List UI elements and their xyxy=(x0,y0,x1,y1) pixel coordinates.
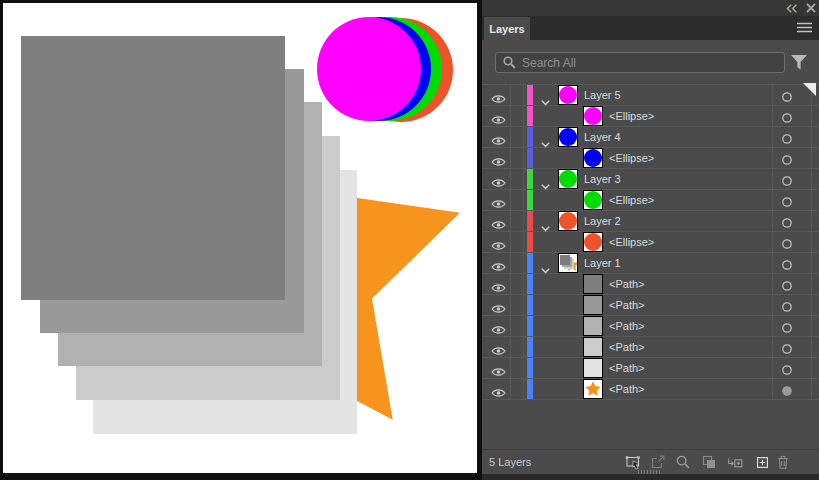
layer-thumbnail[interactable] xyxy=(583,358,603,378)
object-row[interactable]: <Path> xyxy=(482,358,819,379)
target-circle-icon[interactable] xyxy=(781,299,793,311)
panel-menu-icon[interactable] xyxy=(797,22,812,33)
expand-chevron-icon[interactable] xyxy=(541,176,550,182)
visibility-eye-icon[interactable] xyxy=(491,216,506,226)
target-circle-icon[interactable] xyxy=(781,194,793,206)
object-row[interactable]: <Ellipse> xyxy=(482,190,819,211)
layer-row[interactable]: Layer 4 xyxy=(482,127,819,148)
layer-name[interactable]: Layer 4 xyxy=(584,131,621,143)
target-circle-icon[interactable] xyxy=(781,236,793,248)
target-circle-icon[interactable] xyxy=(781,362,793,374)
target-circle-icon[interactable] xyxy=(781,89,793,101)
target-circle-icon[interactable] xyxy=(781,215,793,227)
target-circle-icon[interactable] xyxy=(781,320,793,332)
expand-chevron-icon[interactable] xyxy=(541,92,550,98)
layer-thumbnail[interactable] xyxy=(583,274,603,294)
column-divider xyxy=(811,85,812,400)
delete-selection-button[interactable] xyxy=(774,454,792,472)
locate-object-button[interactable] xyxy=(674,454,692,472)
target-circle-icon[interactable] xyxy=(781,152,793,164)
square-path-1[interactable] xyxy=(21,36,285,300)
layer-thumbnail[interactable] xyxy=(558,169,578,189)
layer-thumbnail[interactable] xyxy=(558,253,578,273)
layer-thumbnail[interactable] xyxy=(583,106,603,126)
target-circle-icon[interactable] xyxy=(781,341,793,353)
tab-layers[interactable]: Layers xyxy=(484,17,530,40)
object-name[interactable]: <Path> xyxy=(609,362,644,374)
layer-name[interactable]: Layer 1 xyxy=(584,257,621,269)
object-name[interactable]: <Ellipse> xyxy=(609,152,654,164)
window-bottom-edge xyxy=(482,474,819,480)
object-row[interactable]: <Path> xyxy=(482,379,819,400)
layer-thumbnail[interactable] xyxy=(583,190,603,210)
layer-thumbnail[interactable] xyxy=(558,127,578,147)
create-new-sublayer-button[interactable] xyxy=(726,454,744,472)
target-circle-icon[interactable] xyxy=(781,278,793,290)
collapse-panel-icon[interactable] xyxy=(786,4,798,13)
object-name[interactable]: <Path> xyxy=(609,383,644,395)
ellipse-magenta[interactable] xyxy=(317,17,421,121)
expand-chevron-icon[interactable] xyxy=(541,134,550,140)
layer-row[interactable]: Layer 2 xyxy=(482,211,819,232)
layer-row[interactable]: Layer 5 xyxy=(482,85,819,106)
layer-thumbnail[interactable] xyxy=(583,316,603,336)
expand-chevron-icon[interactable] xyxy=(541,218,550,224)
layer-thumbnail[interactable] xyxy=(583,295,603,315)
layer-row[interactable]: Layer 3 xyxy=(482,169,819,190)
filter-funnel-icon[interactable] xyxy=(791,55,807,70)
create-new-layer-button[interactable] xyxy=(753,454,771,472)
visibility-eye-icon[interactable] xyxy=(491,174,506,184)
object-row[interactable]: <Ellipse> xyxy=(482,232,819,253)
visibility-eye-icon[interactable] xyxy=(491,321,506,331)
visibility-eye-icon[interactable] xyxy=(491,111,506,121)
visibility-eye-icon[interactable] xyxy=(491,300,506,310)
object-row[interactable]: <Path> xyxy=(482,295,819,316)
object-row[interactable]: <Ellipse> xyxy=(482,106,819,127)
object-name[interactable]: <Path> xyxy=(609,341,644,353)
object-name[interactable]: <Ellipse> xyxy=(609,194,654,206)
layer-name[interactable]: Layer 5 xyxy=(584,89,621,101)
panel-tabbar: Layers xyxy=(482,16,819,40)
visibility-eye-icon[interactable] xyxy=(491,195,506,205)
object-name[interactable]: <Path> xyxy=(609,278,644,290)
layer-thumbnail[interactable] xyxy=(583,148,603,168)
object-row[interactable]: <Path> xyxy=(482,274,819,295)
layer-color-bar xyxy=(527,190,533,210)
visibility-eye-icon[interactable] xyxy=(491,132,506,142)
visibility-eye-icon[interactable] xyxy=(491,237,506,247)
visibility-eye-icon[interactable] xyxy=(491,342,506,352)
target-circle-icon[interactable] xyxy=(781,173,793,185)
visibility-eye-icon[interactable] xyxy=(491,384,506,394)
layer-row[interactable]: Layer 1 xyxy=(482,253,819,274)
visibility-eye-icon[interactable] xyxy=(491,90,506,100)
layer-name[interactable]: Layer 3 xyxy=(584,173,621,185)
visibility-eye-icon[interactable] xyxy=(491,153,506,163)
layer-thumbnail[interactable] xyxy=(558,85,578,105)
expand-chevron-icon[interactable] xyxy=(541,260,550,266)
object-name[interactable]: <Path> xyxy=(609,320,644,332)
target-circle-icon[interactable] xyxy=(781,110,793,122)
close-panel-icon[interactable] xyxy=(806,3,816,13)
layer-color-bar xyxy=(527,211,533,231)
layer-thumbnail[interactable] xyxy=(583,232,603,252)
object-name[interactable]: <Ellipse> xyxy=(609,110,654,122)
target-circle-icon[interactable] xyxy=(781,257,793,269)
make-clipping-mask-button[interactable] xyxy=(700,454,718,472)
layer-thumbnail[interactable] xyxy=(583,337,603,357)
target-circle-icon[interactable] xyxy=(781,383,793,395)
object-name[interactable]: <Path> xyxy=(609,299,644,311)
visibility-eye-icon[interactable] xyxy=(491,258,506,268)
layer-thumbnail[interactable] xyxy=(583,379,603,399)
visibility-eye-icon[interactable] xyxy=(491,279,506,289)
artboard-canvas[interactable] xyxy=(0,0,483,480)
layer-thumbnail[interactable] xyxy=(558,211,578,231)
search-input[interactable] xyxy=(495,52,785,73)
object-row[interactable]: <Ellipse> xyxy=(482,148,819,169)
layer-color-bar xyxy=(527,358,533,378)
object-row[interactable]: <Path> xyxy=(482,316,819,337)
object-row[interactable]: <Path> xyxy=(482,337,819,358)
object-name[interactable]: <Ellipse> xyxy=(609,236,654,248)
visibility-eye-icon[interactable] xyxy=(491,363,506,373)
layer-name[interactable]: Layer 2 xyxy=(584,215,621,227)
target-circle-icon[interactable] xyxy=(781,131,793,143)
